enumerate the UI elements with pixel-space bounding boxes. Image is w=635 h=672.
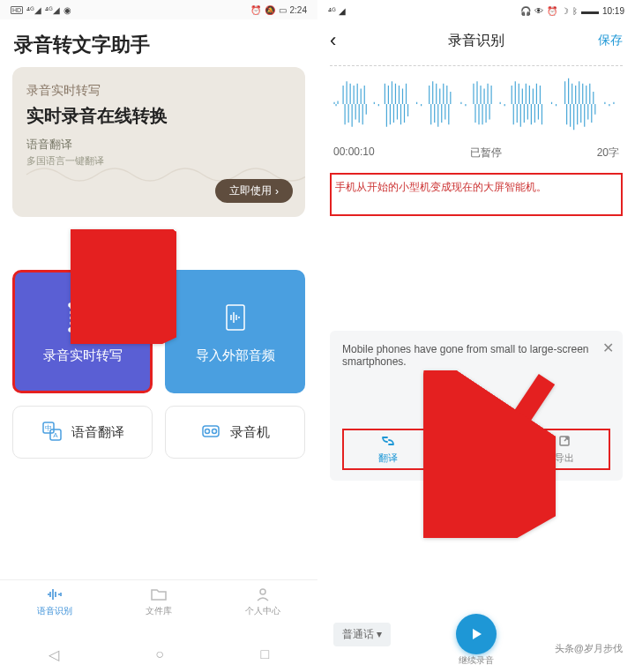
- promo-sub1: 录音实时转写: [26, 83, 291, 99]
- chevron-right-icon: ›: [275, 185, 279, 198]
- close-icon[interactable]: ✕: [602, 340, 614, 356]
- bluetooth-icon: ᛒ: [572, 6, 578, 16]
- export-icon: [557, 434, 572, 450]
- alarm-icon: ⏰: [547, 6, 557, 16]
- promo-card[interactable]: 录音实时转写 实时录音在线转换 语音翻译 多国语言一键翻译 立即使用›: [12, 67, 305, 217]
- signal-icon: ⁴ᴳ ◢: [328, 6, 346, 16]
- audio-waveform[interactable]: [330, 73, 623, 135]
- page-header: ‹ 录音识别 保存: [318, 21, 635, 60]
- audio-file-icon: [218, 300, 253, 335]
- play-label: 继续录音: [459, 654, 494, 667]
- phone-left: HD ⁴ᴳ◢ ⁴ᴳ◢ ◉ ⏰ 🔕 ▭ 2:24 录音转文字助手 录音实时转写 实…: [0, 0, 318, 672]
- transcript-box[interactable]: 手机从开始的小型机变成现在的大屏智能机。: [330, 173, 623, 216]
- page-title: 录音识别: [448, 32, 504, 50]
- system-nav: ◁ ○ □: [0, 637, 318, 672]
- recorder-icon: [200, 421, 221, 444]
- mute-icon: 🔕: [265, 5, 275, 15]
- folder-icon: [150, 587, 168, 603]
- word-count: 20字: [597, 146, 619, 161]
- translate-lines-icon: [380, 434, 396, 450]
- play-button[interactable]: [456, 614, 497, 654]
- signal-4g-icon: ⁴ᴳ◢: [26, 5, 41, 15]
- svg-point-13: [213, 429, 217, 433]
- alarm-icon: ⏰: [250, 5, 261, 15]
- wifi-icon: ◉: [64, 5, 71, 15]
- app-title: 录音转文字助手: [0, 19, 318, 67]
- promo-sub2: 语音翻译: [26, 137, 291, 153]
- phone-right: ⁴ᴳ ◢ 🎧 👁 ⏰ ☽ ᛒ ▬▬ 10:19 ‹ 录音识别 保存: [318, 0, 635, 672]
- status-bar: ⁴ᴳ ◢ 🎧 👁 ⏰ ☽ ᛒ ▬▬ 10:19: [318, 0, 635, 21]
- signal-4g-icon-2: ⁴ᴳ◢: [45, 5, 60, 15]
- tile-recorder[interactable]: 录音机: [165, 406, 305, 459]
- red-arrow-2: [423, 370, 556, 541]
- moon-icon: ☽: [561, 6, 569, 16]
- svg-point-12: [205, 429, 210, 433]
- tile-label: 录音机: [230, 424, 270, 441]
- battery-icon: ▬▬: [581, 6, 599, 16]
- tile-label: 语音翻译: [71, 424, 124, 441]
- clock-text: 2:24: [290, 5, 307, 15]
- soundwave-icon: [46, 587, 64, 603]
- back-button[interactable]: ‹: [330, 29, 336, 52]
- svg-text:A: A: [53, 431, 58, 439]
- nav-profile[interactable]: 个人中心: [245, 587, 280, 617]
- red-arrow-1: [71, 229, 176, 347]
- nav-label: 文件库: [146, 605, 172, 617]
- tile-voice-translate[interactable]: 中A 语音翻译: [12, 406, 153, 459]
- tile-import-audio[interactable]: 导入外部音频: [165, 270, 305, 393]
- svg-rect-6: [227, 305, 244, 330]
- nav-label: 语音识别: [37, 605, 72, 617]
- nav-files[interactable]: 文件库: [146, 587, 172, 617]
- language-selector[interactable]: 普通话 ▾: [333, 623, 391, 646]
- svg-text:中: 中: [45, 424, 52, 432]
- timecode: 00:00:10: [333, 146, 375, 161]
- translation-text: Mobile phones have gone from small to la…: [342, 343, 610, 368]
- hd-icon: HD: [11, 6, 23, 14]
- watermark: 头条@岁月步伐: [551, 641, 626, 656]
- recents-square-icon[interactable]: □: [261, 646, 270, 662]
- nav-label: 个人中心: [245, 605, 280, 617]
- nav-voice-recognition[interactable]: 语音识别: [37, 587, 72, 617]
- tile-label: 录音实时转写: [43, 347, 123, 364]
- battery-icon: ▭: [279, 5, 287, 15]
- recording-info: 00:00:10 已暂停 20字: [318, 142, 635, 164]
- recording-status: 已暂停: [470, 146, 502, 161]
- tile-label: 导入外部音频: [196, 347, 275, 364]
- status-bar: HD ⁴ᴳ◢ ⁴ᴳ◢ ◉ ⏰ 🔕 ▭ 2:24: [0, 0, 318, 19]
- use-now-button[interactable]: 立即使用›: [215, 179, 293, 203]
- svg-point-14: [260, 589, 265, 594]
- divider: [330, 65, 623, 66]
- person-icon: [254, 587, 272, 603]
- headphones-icon: 🎧: [520, 6, 531, 16]
- action-export[interactable]: 导出: [555, 434, 574, 465]
- translate-icon: 中A: [41, 421, 63, 444]
- promo-headline: 实时录音在线转换: [26, 104, 291, 128]
- save-button[interactable]: 保存: [598, 33, 623, 49]
- eye-icon: 👁: [534, 6, 543, 16]
- clock-text: 10:19: [602, 6, 624, 16]
- chevron-down-icon: ▾: [377, 628, 382, 640]
- home-circle-icon[interactable]: ○: [155, 646, 164, 662]
- bottom-nav: 语音识别 文件库 个人中心: [0, 579, 318, 624]
- action-translate[interactable]: 翻译: [378, 434, 398, 465]
- back-triangle-icon[interactable]: ◁: [49, 646, 59, 663]
